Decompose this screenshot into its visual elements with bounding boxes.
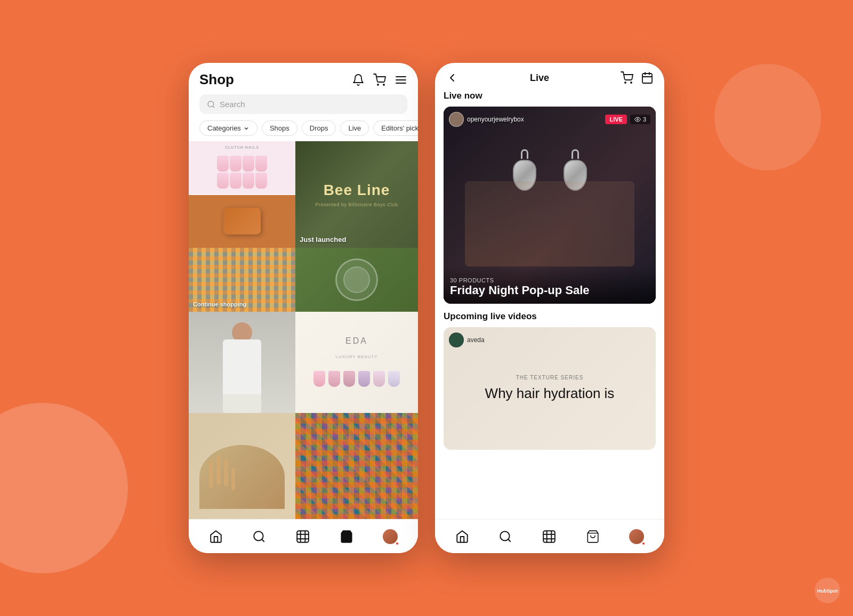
blanket-overlay — [295, 413, 418, 519]
grid-row-1: CLUTCH NAILS — [189, 141, 418, 248]
live-streamer-avatar — [449, 112, 464, 127]
svg-point-11 — [625, 82, 626, 83]
svg-text:HubSpot: HubSpot — [817, 588, 838, 594]
grid-row-2: Continue shopping — [189, 248, 418, 312]
nail-7 — [243, 173, 254, 189]
finger-2 — [216, 456, 221, 485]
woman-body — [223, 339, 261, 398]
live-nav-shop[interactable] — [586, 530, 600, 544]
live-nav-profile[interactable] — [629, 529, 644, 544]
grid-row-4 — [189, 413, 418, 519]
swatch-2 — [328, 371, 340, 387]
notification-icon[interactable] — [352, 74, 365, 86]
grid-cell-eda[interactable]: EDA LUXURY BEAUTY — [295, 312, 418, 413]
live-card[interactable]: openyourjewelrybox LIVE 3 30 PRODUCTS Fr… — [444, 107, 656, 304]
shop-header: Shop — [189, 63, 418, 88]
finger-1 — [209, 461, 213, 488]
live-header-icons — [621, 71, 654, 84]
cart-icon[interactable] — [373, 74, 386, 86]
live-now-title: Live now — [444, 91, 656, 101]
filter-categories[interactable]: Categories — [199, 120, 257, 136]
svg-point-17 — [637, 119, 638, 120]
reels-live-icon — [542, 530, 556, 544]
beeline-sub: Presented by Billionaire Boys Club — [315, 202, 398, 207]
phone-shop: Shop Search — [189, 63, 418, 553]
live-nav-home[interactable] — [455, 530, 469, 544]
live-title: Live — [458, 72, 621, 84]
grid-cell-hands[interactable] — [189, 413, 295, 519]
search-nav-icon — [252, 530, 266, 544]
hands-bg — [465, 181, 634, 266]
upcoming-title: Upcoming live videos — [444, 311, 656, 322]
upcoming-streamer-avatar — [449, 333, 464, 347]
finger-3 — [224, 459, 228, 487]
upcoming-card[interactable]: aveda THE TEXTURE SERIES Why hair hydrat… — [444, 327, 656, 450]
swatch-1 — [313, 371, 325, 387]
products-label: 30 PRODUCTS — [450, 277, 649, 283]
phones-container: Shop Search — [189, 63, 664, 553]
upcoming-section: Upcoming live videos aveda THE TEXTURE S… — [444, 311, 656, 450]
live-profile-avatar — [629, 529, 644, 544]
svg-point-5 — [208, 101, 214, 107]
viewer-count-badge: 3 — [630, 115, 650, 124]
menu-icon[interactable] — [395, 74, 407, 86]
grid-cell-nails[interactable]: CLUTCH NAILS — [189, 141, 295, 195]
filter-editors-picks[interactable]: Editors' picks — [373, 120, 418, 136]
upcoming-main-title: Why hair hydration is — [485, 385, 615, 403]
nav-home[interactable] — [209, 530, 223, 544]
grid-cell-blanket[interactable] — [295, 413, 418, 519]
svg-point-1 — [383, 84, 384, 85]
nav-profile[interactable] — [383, 529, 398, 544]
embroidery-inner — [343, 266, 370, 293]
nav-search[interactable] — [252, 530, 266, 544]
home-nav-icon — [455, 530, 469, 544]
swatch-4 — [358, 371, 370, 387]
nav-reels[interactable] — [296, 530, 310, 544]
series-label: THE TEXTURE SERIES — [516, 375, 584, 380]
live-user: openyourjewelrybox — [449, 112, 524, 127]
continue-shopping-label: Continue shopping — [193, 301, 246, 307]
viewer-count: 3 — [643, 116, 646, 123]
nails-grid — [213, 151, 271, 193]
search-placeholder: Search — [220, 100, 245, 109]
eye-icon — [634, 116, 641, 123]
live-notification-dot — [642, 542, 645, 545]
grid-cell-embroidery[interactable] — [295, 248, 418, 312]
upcoming-top-bar: aveda — [449, 333, 485, 347]
shop-live-bag-icon — [586, 530, 600, 544]
swatch-6 — [388, 371, 400, 387]
earring-hook-right — [572, 149, 579, 159]
svg-rect-20 — [543, 531, 555, 542]
calendar-icon[interactable] — [641, 71, 654, 84]
grid-cell-pillow[interactable] — [189, 195, 295, 248]
phone-live: Live Live now — [435, 63, 664, 553]
search-bar[interactable]: Search — [199, 94, 407, 114]
nav-shop[interactable] — [340, 530, 353, 544]
grid-cell-beeline[interactable]: Bee Line Presented by Billionaire Boys C… — [295, 141, 418, 248]
filter-drops[interactable]: Drops — [302, 120, 336, 136]
beeline-title: Bee Line — [324, 182, 390, 199]
shop-grid: CLUTCH NAILS — [189, 141, 418, 519]
bg-decoration-left — [0, 403, 128, 573]
grid-cell-fabric[interactable]: Continue shopping — [189, 248, 295, 312]
profile-avatar — [383, 529, 398, 544]
back-icon[interactable] — [446, 71, 458, 84]
left-column: CLUTCH NAILS — [189, 141, 295, 248]
filter-live[interactable]: Live — [340, 120, 369, 136]
grid-cell-woman[interactable] — [189, 312, 295, 413]
svg-point-7 — [254, 531, 263, 540]
live-nav-search[interactable] — [498, 530, 512, 544]
cart-live-icon[interactable] — [621, 71, 633, 84]
svg-point-18 — [501, 531, 510, 540]
swatch-5 — [373, 371, 385, 387]
filter-shops[interactable]: Shops — [262, 120, 297, 136]
nails-brand: CLUTCH NAILS — [225, 142, 259, 149]
chevron-down-icon — [243, 125, 250, 132]
live-streamer-name: openyourjewelrybox — [467, 116, 524, 123]
live-bottom-bar: 30 PRODUCTS Friday Night Pop-up Sale — [444, 266, 656, 304]
live-nav-reels[interactable] — [542, 530, 556, 544]
shop-bottom-nav — [189, 519, 418, 553]
pillow-visual — [223, 208, 261, 234]
nail-8 — [255, 173, 267, 189]
svg-rect-9 — [297, 531, 309, 542]
